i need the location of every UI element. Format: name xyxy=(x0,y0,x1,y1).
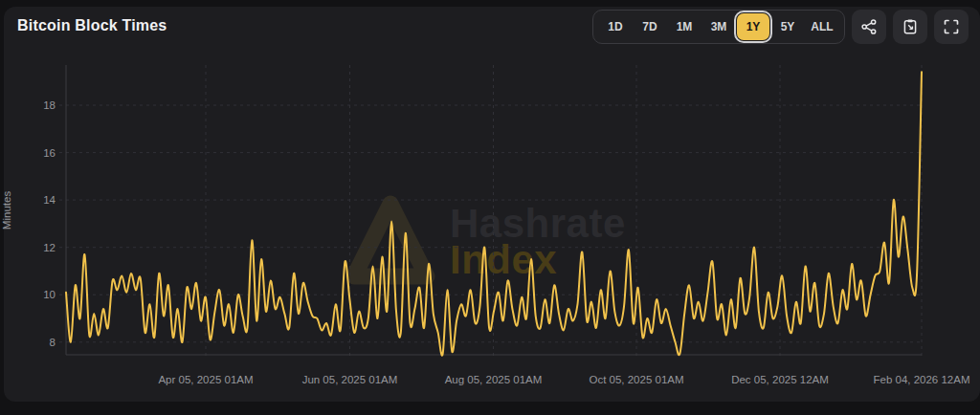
x-tick-label: Jun 05, 2025 01AM xyxy=(302,374,398,385)
y-tick-label: 16 xyxy=(43,147,56,159)
block-times-widget: Bitcoin Block Times 1D7D1M3M1Y5YALL xyxy=(0,0,980,415)
x-tick-label: Apr 05, 2025 01AM xyxy=(158,374,253,385)
x-tick-label: Oct 05, 2025 01AM xyxy=(589,374,683,385)
y-tick-label: 12 xyxy=(43,242,56,253)
y-tick-label: 8 xyxy=(50,337,56,348)
x-tick-label: Feb 04, 2026 12AM xyxy=(873,374,969,385)
x-tick-label: Dec 05, 2025 12AM xyxy=(731,374,829,385)
block-times-chart[interactable]: 81012141618Apr 05, 2025 01AMJun 05, 2025… xyxy=(0,0,980,415)
x-tick-label: Aug 05, 2025 01AM xyxy=(445,374,543,385)
y-tick-label: 14 xyxy=(43,194,56,206)
y-tick-label: 10 xyxy=(43,289,56,300)
y-tick-label: 18 xyxy=(43,99,56,111)
